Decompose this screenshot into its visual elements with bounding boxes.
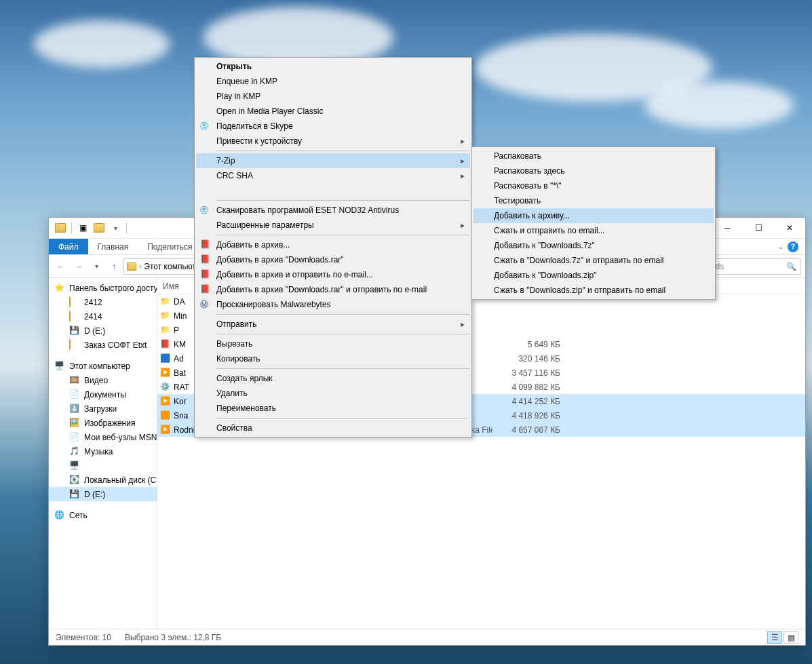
file-icon: ▶️ xyxy=(160,368,171,378)
sidebar-item[interactable]: Заказ СОФТ Etxt xyxy=(49,338,157,352)
maximize-button[interactable]: ☐ xyxy=(743,218,774,238)
view-details-button[interactable]: ☰ xyxy=(767,631,782,644)
sidebar-item[interactable]: 🖥️ xyxy=(49,458,157,473)
sidebar-item[interactable]: 🎵Музыка xyxy=(49,444,157,458)
image-icon: 🖼️ xyxy=(69,418,80,429)
submenu-test[interactable]: Тестировать xyxy=(473,193,714,208)
tab-home[interactable]: Главная xyxy=(88,239,138,254)
desktop-icon: 🖥️ xyxy=(69,461,80,471)
status-selection: Выбрано 3 элем.: 12,8 ГБ xyxy=(125,633,221,642)
sidebar-quick-access[interactable]: ⭐ Панель быстрого доступа xyxy=(49,281,157,295)
submenu-add-zip[interactable]: Добавить к "Downloads.zip" xyxy=(473,268,714,283)
menu-delete[interactable]: Удалить xyxy=(196,386,470,401)
menu-skype[interactable]: ⓈПоделиться в Skype xyxy=(196,119,470,134)
menu-rename[interactable]: Переименовать xyxy=(196,401,470,416)
view-icons-button[interactable]: ▦ xyxy=(784,631,798,644)
qat-customize-icon[interactable]: ▾ xyxy=(108,220,123,235)
folder-icon xyxy=(53,220,68,235)
status-count: Элементов: 10 xyxy=(56,633,111,642)
status-bar: Элементов: 10 Выбрано 3 элем.: 12,8 ГБ ☰… xyxy=(49,629,805,645)
file-size: 4 414 252 КБ xyxy=(492,397,560,406)
submenu-extract[interactable]: Распаковать xyxy=(473,149,714,163)
chevron-right-icon: ▸ xyxy=(461,220,465,230)
drive-icon: 💾 xyxy=(69,489,80,500)
submenu-compress-zip-email[interactable]: Сжать в "Downloads.zip" и отправить по e… xyxy=(473,283,714,298)
menu-shortcut[interactable]: Создать ярлык xyxy=(196,371,470,386)
help-icon[interactable]: ? xyxy=(788,241,798,252)
menu-copy[interactable]: Копировать xyxy=(196,351,470,366)
chevron-right-icon: ▸ xyxy=(461,156,465,165)
sidebar-item[interactable]: 💾D (E:) xyxy=(49,324,157,338)
sidebar-item[interactable]: 🖼️Изображения xyxy=(49,416,157,430)
file-icon: 📁 xyxy=(160,296,171,307)
file-size: 4 657 067 КБ xyxy=(492,425,560,435)
menu-properties[interactable]: Свойства xyxy=(196,421,470,435)
menu-rar-add[interactable]: 📕Добавить в архив... xyxy=(196,237,470,252)
menu-malwarebytes[interactable]: ⓂПросканировать Malwarebytes xyxy=(196,297,470,312)
close-button[interactable]: ✕ xyxy=(774,218,805,238)
chevron-right-icon: ▸ xyxy=(461,171,465,180)
file-size: 5 649 КБ xyxy=(492,340,560,349)
tab-file[interactable]: Файл xyxy=(49,239,88,254)
tab-share[interactable]: Поделиться xyxy=(138,239,201,254)
menu-play-kmp[interactable]: Play in KMP xyxy=(196,89,470,104)
submenu-compress-7z-email[interactable]: Сжать в "Downloads.7z" и отправить по em… xyxy=(473,253,714,268)
up-button[interactable]: ↑ xyxy=(106,258,122,275)
menu-enqueue-kmp[interactable]: Enqueue in KMP xyxy=(196,74,470,89)
menu-cut[interactable]: Вырезать xyxy=(196,336,470,351)
submenu-add-7z[interactable]: Добавить к "Downloads.7z" xyxy=(473,238,714,253)
sidebar-item[interactable]: 2414 xyxy=(49,309,157,324)
menu-rar-email[interactable]: 📕Добавить в архив и отправить по e-mail.… xyxy=(196,267,470,282)
winrar-icon: 📕 xyxy=(200,254,211,265)
sidebar-network[interactable]: 🌐Сеть xyxy=(49,508,157,522)
menu-notepadpp[interactable] xyxy=(196,183,470,198)
search-icon[interactable]: 🔍 xyxy=(786,262,796,271)
file-icon: 📁 xyxy=(160,325,171,336)
file-icon: ⚙️ xyxy=(160,382,171,393)
sidebar-item[interactable]: 💾D (E:) xyxy=(49,487,157,501)
ribbon-expand-icon[interactable]: ⌄ xyxy=(778,243,784,250)
music-icon: 🎵 xyxy=(69,446,80,457)
file-icon: 📁 xyxy=(160,311,171,321)
file-icon: 📕 xyxy=(160,339,171,350)
winrar-icon: 📕 xyxy=(200,284,211,295)
file-icon: ▶️ xyxy=(160,425,171,435)
menu-7zip[interactable]: 7-Zip▸ xyxy=(196,153,470,168)
submenu-add-archive[interactable]: Добавить к архиву... xyxy=(473,208,714,223)
skype-icon: Ⓢ xyxy=(200,121,211,132)
sidebar-item[interactable]: 💽Локальный диск (C:) xyxy=(49,473,157,487)
qat-newfolder-icon[interactable] xyxy=(92,220,107,235)
menu-advanced[interactable]: Расширенные параметры▸ xyxy=(196,218,470,233)
submenu-extract-to[interactable]: Распаковать в "*\" xyxy=(473,178,714,193)
submenu-extract-here[interactable]: Распаковать здесь xyxy=(473,163,714,178)
menu-rar-add-named[interactable]: 📕Добавить в архив "Downloads.rar" xyxy=(196,252,470,267)
back-button[interactable]: ← xyxy=(53,258,69,275)
menu-cast[interactable]: Привести к устройству▸ xyxy=(196,134,470,149)
forward-button[interactable]: → xyxy=(71,258,87,275)
sidebar-item[interactable]: ⬇️Загрузки xyxy=(49,402,157,416)
menu-open[interactable]: Открыть xyxy=(196,59,470,74)
folder-icon xyxy=(127,262,136,271)
context-menu: Открыть Enqueue in KMP Play in KMP Open … xyxy=(194,57,472,437)
menu-open-mpc[interactable]: Open in Media Player Classic xyxy=(196,104,470,119)
menu-rar-named-email[interactable]: 📕Добавить в архив "Downloads.rar" и отпр… xyxy=(196,282,470,297)
sidebar-item[interactable]: 🎞️Видео xyxy=(49,373,157,387)
sidebar-item[interactable]: 2412 xyxy=(49,295,157,309)
qat-properties-icon[interactable]: ▣ xyxy=(75,220,90,235)
file-size: 4 099 882 КБ xyxy=(492,383,560,392)
submenu-7zip: Распаковать Распаковать здесь Распаковат… xyxy=(471,147,716,300)
menu-eset[interactable]: ⓔСканировать программой ESET NOD32 Antiv… xyxy=(196,203,470,218)
chevron-right-icon: ▸ xyxy=(461,136,465,146)
sidebar-item[interactable]: 📄Мои веб-узлы MSN xyxy=(49,430,157,444)
navigation-pane: ⭐ Панель быстрого доступа 2412 2414 💾D (… xyxy=(49,278,157,629)
document-icon: 📄 xyxy=(69,432,80,443)
malwarebytes-icon: Ⓜ xyxy=(200,299,211,310)
menu-sendto[interactable]: Отправить▸ xyxy=(196,317,470,332)
submenu-compress-email[interactable]: Сжать и отправить по email... xyxy=(473,223,714,238)
minimize-button[interactable]: ─ xyxy=(712,218,743,238)
sidebar-this-pc[interactable]: 🖥️Этот компьютер xyxy=(49,359,157,373)
file-size: 320 146 КБ xyxy=(492,354,560,364)
history-dropdown[interactable]: ▾ xyxy=(88,258,104,275)
sidebar-item[interactable]: 📄Документы xyxy=(49,387,157,402)
menu-crc[interactable]: CRC SHA▸ xyxy=(196,168,470,183)
